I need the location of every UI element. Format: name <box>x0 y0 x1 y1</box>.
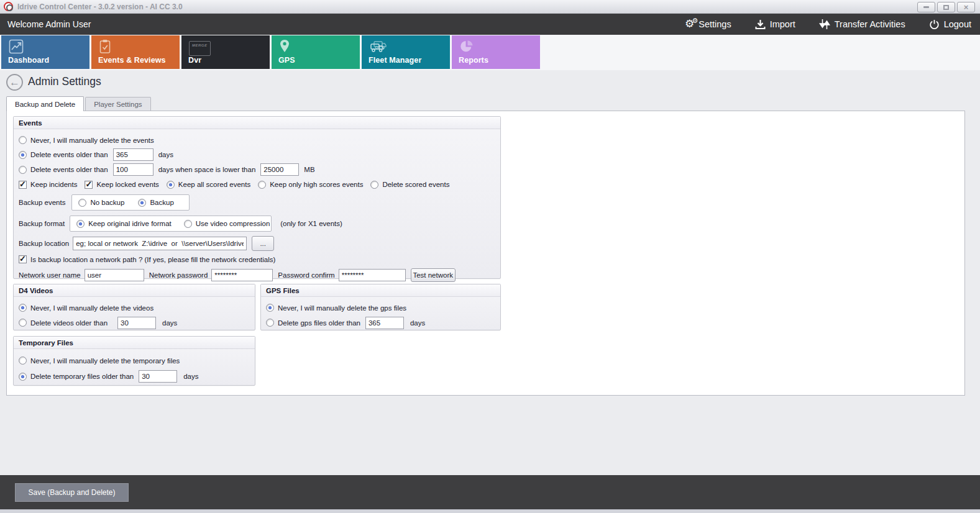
keep-high-scores-radio[interactable] <box>258 181 266 189</box>
tab-backup-and-delete[interactable]: Backup and Delete <box>6 96 84 111</box>
never-delete-events-label: Never, I will manually delete the events <box>30 137 154 144</box>
never-delete-gps-label: Never, I will manually delete the gps fi… <box>278 304 406 312</box>
keep-all-scored-label: Keep all scored events <box>178 181 250 188</box>
tile-dashboard[interactable]: Dashboard <box>1 35 89 69</box>
transfer-activities-menu-item[interactable]: Transfer Activities <box>819 19 905 30</box>
keep-locked-events-label: Keep locked events <box>96 181 158 188</box>
close-button[interactable]: × <box>957 2 975 12</box>
delete-gps-older-radio[interactable] <box>266 319 274 327</box>
never-delete-videos-label: Never, I will manually delete the videos <box>30 304 153 312</box>
backup-location-input[interactable] <box>73 237 247 250</box>
delete-events-space-radio[interactable] <box>19 166 27 174</box>
transfer-activities-label: Transfer Activities <box>835 19 905 29</box>
tile-fleet-manager[interactable]: Fleet Manager <box>362 35 450 69</box>
close-icon: × <box>964 4 969 11</box>
maximize-icon <box>943 5 949 10</box>
videos-days-input[interactable] <box>117 317 156 329</box>
delete-videos-older-radio[interactable] <box>19 319 27 327</box>
no-backup-radio[interactable] <box>78 199 86 207</box>
never-delete-events-radio[interactable] <box>19 136 27 144</box>
never-delete-videos-radio[interactable] <box>19 304 27 312</box>
tile-gps[interactable]: GPS <box>272 35 360 69</box>
backup-format-label: Backup format <box>19 220 65 227</box>
tile-dvr[interactable]: MERGE Dvr <box>181 35 270 69</box>
backup-label: Backup <box>150 199 173 206</box>
dvr-badge-icon: MERGE <box>189 41 211 56</box>
back-button[interactable]: ← <box>6 74 23 91</box>
events-space-mb-input[interactable] <box>260 163 299 176</box>
keep-incidents-label: Keep incidents <box>30 181 77 188</box>
page-header: ← Admin Settings <box>0 70 980 95</box>
days-suffix: days <box>158 151 173 158</box>
back-arrow-icon: ← <box>9 76 20 89</box>
never-delete-temp-radio[interactable] <box>19 356 27 365</box>
test-network-button[interactable]: Test network <box>411 268 456 282</box>
video-compression-radio[interactable] <box>184 220 192 228</box>
browse-button[interactable]: ... <box>252 236 274 251</box>
tile-gps-label: GPS <box>278 56 295 65</box>
settings-menu-item[interactable]: ⚙⚙ Settings <box>685 19 731 29</box>
delete-scored-events-radio[interactable] <box>370 181 378 189</box>
never-delete-gps-radio[interactable] <box>266 304 274 312</box>
save-backup-delete-button[interactable]: Save (Backup and Delete) <box>15 483 129 502</box>
import-label: Import <box>770 19 795 29</box>
tile-fleet-manager-label: Fleet Manager <box>369 56 421 65</box>
keep-all-scored-radio[interactable] <box>167 181 175 189</box>
network-path-checkbox[interactable] <box>19 255 27 263</box>
network-user-input[interactable] <box>85 269 144 281</box>
keep-locked-events-checkbox[interactable] <box>85 181 93 189</box>
password-confirm-label: Password confirm <box>278 271 334 279</box>
title-bar: Idrive Control Center - 3.0.2 version - … <box>0 0 980 14</box>
tile-reports-label: Reports <box>459 56 488 65</box>
gps-files-group-title: GPS Files <box>261 284 500 297</box>
keep-original-format-radio[interactable] <box>76 220 85 228</box>
logout-menu-item[interactable]: Logout <box>929 19 971 30</box>
tile-reports[interactable]: Reports <box>452 35 540 69</box>
delete-scored-events-label: Delete scored events <box>382 181 449 188</box>
tab-player-settings[interactable]: Player Settings <box>85 97 150 111</box>
tile-events-reviews-label: Events & Reviews <box>98 56 166 65</box>
days-suffix: days <box>183 373 198 380</box>
minimize-button[interactable] <box>917 2 935 12</box>
events-space-days-input[interactable] <box>113 163 153 176</box>
keep-original-format-label: Keep original idrive format <box>88 220 172 227</box>
tile-events-reviews[interactable]: Events & Reviews <box>91 35 180 69</box>
space-mid-label: days when space is lower than <box>158 166 256 173</box>
clipboard-check-icon <box>99 39 111 54</box>
transfer-arrows-icon <box>819 19 830 30</box>
window-title: Idrive Control Center - 3.0.2 version - … <box>17 2 183 11</box>
logout-label: Logout <box>944 19 971 29</box>
nav-tile-row: Dashboard Events & Reviews MERGE Dvr GPS <box>0 35 980 70</box>
delete-events-older-radio[interactable] <box>19 151 27 159</box>
backup-events-option-box: No backup Backup <box>71 194 190 211</box>
power-icon <box>929 19 940 30</box>
temp-days-input[interactable] <box>139 370 177 383</box>
network-password-input[interactable] <box>211 269 273 281</box>
delete-temp-older-radio[interactable] <box>19 373 27 381</box>
menu-bar: Welcome Admin User ⚙⚙ Settings Import Tr… <box>0 14 980 35</box>
backup-radio[interactable] <box>138 199 146 207</box>
only-x1-note: (only for X1 events) <box>280 220 342 227</box>
keep-incidents-checkbox[interactable] <box>19 181 27 189</box>
maximize-button[interactable] <box>937 2 955 12</box>
page-title: Admin Settings <box>28 75 101 88</box>
gps-days-input[interactable] <box>365 317 404 329</box>
delete-events-older-label: Delete events older than <box>30 151 108 158</box>
map-pin-icon <box>279 39 290 54</box>
app-logo-icon <box>4 2 13 11</box>
trucks-icon <box>369 39 387 54</box>
delete-videos-older-label: Delete videos older than <box>30 319 108 327</box>
no-backup-label: No backup <box>90 199 124 206</box>
password-confirm-input[interactable] <box>339 269 406 281</box>
import-menu-item[interactable]: Import <box>755 19 795 30</box>
events-group: Events Never, I will manually delete the… <box>13 116 501 279</box>
never-delete-temp-label: Never, I will manually delete the tempor… <box>30 357 180 365</box>
bottom-strip <box>0 509 980 513</box>
welcome-text: Welcome Admin User <box>7 19 91 29</box>
events-older-days-input[interactable] <box>113 148 153 161</box>
mb-suffix: MB <box>304 166 314 173</box>
import-icon <box>755 19 766 30</box>
days-suffix: days <box>410 319 425 327</box>
gears-icon: ⚙⚙ <box>685 20 694 29</box>
delete-events-space-label: Delete events older than <box>30 166 108 173</box>
